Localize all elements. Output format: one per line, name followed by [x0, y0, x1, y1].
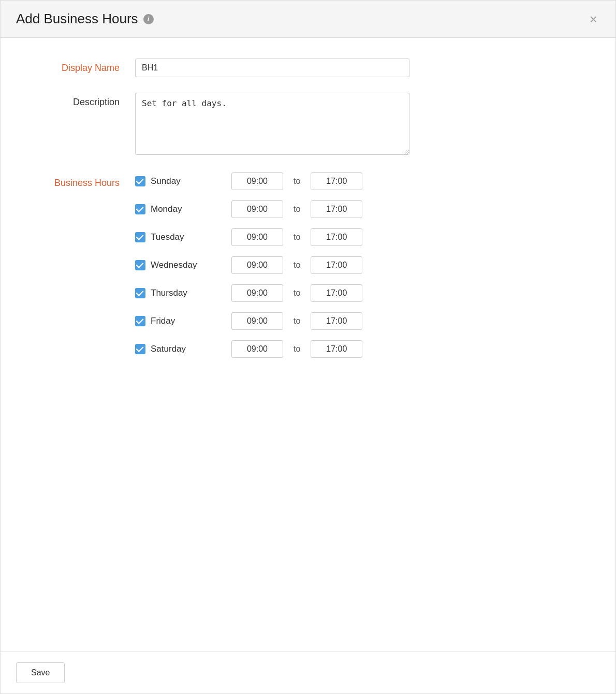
tuesday-to-label: to	[294, 233, 300, 242]
monday-to-label: to	[294, 205, 300, 214]
tuesday-label: Tuesday	[151, 232, 208, 242]
modal-body: Display Name Description Set for all day…	[1, 38, 615, 652]
tuesday-checkbox[interactable]	[135, 232, 145, 242]
monday-start-time[interactable]	[231, 200, 283, 218]
saturday-checkbox-container: Saturday	[135, 344, 223, 354]
wednesday-checkbox[interactable]	[135, 260, 145, 270]
modal-title: Add Business Hours	[16, 11, 138, 27]
table-row: Wednesday to	[135, 256, 584, 274]
thursday-start-time[interactable]	[231, 284, 283, 302]
display-name-input-wrapper	[135, 59, 409, 77]
monday-checkbox[interactable]	[135, 204, 145, 214]
sunday-label: Sunday	[151, 176, 208, 186]
modal-header: Add Business Hours i ×	[1, 1, 615, 38]
table-row: Saturday to	[135, 340, 584, 358]
sunday-start-time[interactable]	[231, 172, 283, 190]
display-name-row: Display Name	[32, 59, 584, 77]
info-icon[interactable]: i	[143, 14, 154, 24]
monday-end-time[interactable]	[311, 200, 362, 218]
thursday-to-label: to	[294, 288, 300, 298]
display-name-label: Display Name	[32, 59, 135, 74]
wednesday-label: Wednesday	[151, 260, 208, 270]
table-row: Thursday to	[135, 284, 584, 302]
table-row: Tuesday to	[135, 228, 584, 246]
thursday-checkbox[interactable]	[135, 288, 145, 298]
saturday-label: Saturday	[151, 344, 208, 354]
description-input-wrapper: Set for all days.	[135, 93, 409, 157]
close-button[interactable]: ×	[587, 12, 600, 26]
days-container: Sunday to Monday to	[135, 172, 584, 358]
saturday-checkbox[interactable]	[135, 344, 145, 354]
wednesday-start-time[interactable]	[231, 256, 283, 274]
monday-checkbox-container: Monday	[135, 204, 223, 214]
friday-checkbox-container: Friday	[135, 316, 223, 326]
friday-label: Friday	[151, 316, 208, 326]
table-row: Sunday to	[135, 172, 584, 190]
business-hours-section: Business Hours Sunday to Monday	[32, 172, 584, 358]
monday-label: Monday	[151, 204, 208, 214]
display-name-input[interactable]	[135, 59, 409, 77]
friday-to-label: to	[294, 316, 300, 326]
table-row: Friday to	[135, 312, 584, 330]
description-label: Description	[32, 93, 135, 108]
business-hours-label: Business Hours	[32, 172, 135, 189]
description-input[interactable]: Set for all days.	[135, 93, 409, 155]
title-area: Add Business Hours i	[16, 11, 154, 27]
thursday-label: Thursday	[151, 288, 208, 298]
friday-start-time[interactable]	[231, 312, 283, 330]
sunday-end-time[interactable]	[311, 172, 362, 190]
tuesday-start-time[interactable]	[231, 228, 283, 246]
tuesday-end-time[interactable]	[311, 228, 362, 246]
tuesday-checkbox-container: Tuesday	[135, 232, 223, 242]
description-row: Description Set for all days.	[32, 93, 584, 157]
sunday-checkbox[interactable]	[135, 176, 145, 186]
thursday-checkbox-container: Thursday	[135, 288, 223, 298]
wednesday-to-label: to	[294, 261, 300, 270]
saturday-start-time[interactable]	[231, 340, 283, 358]
wednesday-end-time[interactable]	[311, 256, 362, 274]
sunday-checkbox-container: Sunday	[135, 176, 223, 186]
save-button[interactable]: Save	[16, 662, 65, 683]
wednesday-checkbox-container: Wednesday	[135, 260, 223, 270]
friday-end-time[interactable]	[311, 312, 362, 330]
modal-footer: Save	[1, 652, 615, 693]
sunday-to-label: to	[294, 177, 300, 186]
saturday-end-time[interactable]	[311, 340, 362, 358]
friday-checkbox[interactable]	[135, 316, 145, 326]
modal-container: Add Business Hours i × Display Name Desc…	[0, 0, 616, 694]
table-row: Monday to	[135, 200, 584, 218]
saturday-to-label: to	[294, 344, 300, 354]
thursday-end-time[interactable]	[311, 284, 362, 302]
